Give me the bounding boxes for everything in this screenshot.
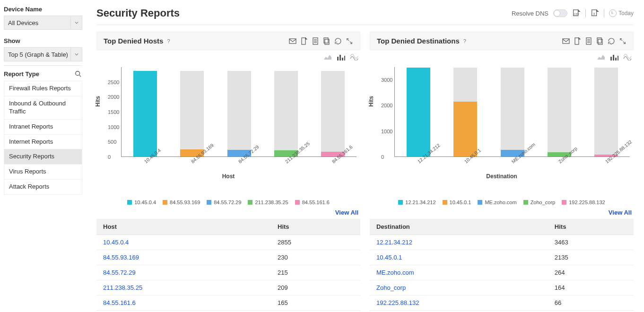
panel-top-denied-hosts: Top Denied Hosts ? Hits05001000150020002… — [96, 32, 360, 311]
table-key-link[interactable]: 192.225.88.132 — [376, 299, 419, 306]
view-all-link[interactable]: View All — [335, 209, 358, 216]
legend-item[interactable]: 12.21.34.212 — [398, 199, 435, 205]
table-row: 10.45.0.12135 — [370, 250, 634, 265]
y-axis-title: Hits — [368, 96, 374, 107]
show-select[interactable]: Top 5 (Graph & Table) — [4, 47, 82, 61]
svg-line-29 — [623, 41, 625, 43]
table-value: 66 — [548, 295, 634, 311]
pdf-icon[interactable] — [300, 37, 308, 45]
sidebar-item-attack-reports[interactable]: Attack Reports — [4, 180, 82, 194]
legend-item[interactable]: 84.55.93.169 — [163, 199, 200, 205]
svg-rect-7 — [302, 38, 305, 44]
svg-rect-30 — [610, 57, 612, 61]
wave-chart-icon[interactable] — [350, 54, 358, 61]
search-icon[interactable] — [74, 69, 82, 78]
resolve-dns-toggle[interactable] — [553, 9, 567, 17]
table-row: 12.21.34.2123463 — [370, 235, 634, 250]
legend-swatch — [163, 200, 167, 205]
svg-rect-16 — [337, 57, 339, 61]
svg-line-14 — [347, 38, 349, 40]
export-csv-icon[interactable]: CSV — [572, 9, 581, 17]
svg-line-1 — [79, 75, 81, 77]
svg-line-15 — [350, 41, 352, 43]
help-icon[interactable]: ? — [167, 38, 170, 44]
table-value: 2855 — [271, 235, 360, 250]
sidebar-item-virus-reports[interactable]: Virus Reports — [4, 165, 82, 180]
legend-item[interactable]: 84.55.72.29 — [207, 199, 241, 205]
bar-chart-icon[interactable] — [337, 54, 345, 61]
legend-item[interactable]: Zoho_corp — [523, 199, 556, 205]
area-chart-icon[interactable] — [597, 54, 605, 61]
y-tick: 2000 — [381, 103, 392, 108]
mail-icon[interactable] — [562, 37, 570, 45]
panel-title: Top Denied Hosts — [104, 37, 163, 45]
table-key-link[interactable]: 84.55.72.29 — [103, 269, 136, 276]
table-value: 230 — [271, 250, 360, 265]
table-header[interactable]: Hits — [548, 219, 634, 235]
pdf-icon[interactable] — [574, 37, 581, 45]
device-name-select[interactable]: All Devices — [4, 16, 82, 30]
table-value: 264 — [548, 265, 634, 280]
legend-item[interactable]: 211.238.35.25 — [248, 199, 288, 205]
svg-rect-31 — [613, 55, 614, 61]
y-tick: 0 — [381, 154, 384, 160]
show-value: Top 5 (Graph & Table) — [8, 51, 68, 58]
legend-label: 10.45.0.1 — [450, 199, 471, 205]
table-value: 215 — [271, 265, 360, 280]
table-key-link[interactable]: ME.zoho.com — [376, 269, 414, 276]
refresh-icon[interactable] — [334, 37, 342, 45]
divider — [585, 9, 586, 17]
export-xls-icon[interactable]: X — [591, 9, 599, 17]
table-key-link[interactable]: 84.55.161.6 — [103, 299, 136, 306]
sidebar-item-security-reports[interactable]: Security Reports — [4, 149, 82, 165]
legend-item[interactable]: 10.45.0.4 — [127, 199, 156, 205]
refresh-icon[interactable] — [608, 37, 615, 45]
chart-type-switcher — [370, 50, 634, 61]
wave-chart-icon[interactable] — [623, 54, 632, 61]
table-key-link[interactable]: 211.238.35.25 — [103, 284, 142, 291]
legend-item[interactable]: 84.55.161.6 — [295, 199, 330, 205]
x-axis-title: Host — [222, 173, 235, 180]
sidebar-item-firewall-rules-reports[interactable]: Firewall Rules Reports — [4, 81, 82, 96]
svg-line-28 — [620, 38, 622, 40]
date-range-picker[interactable]: Today — [609, 9, 634, 17]
bar-chart-icon[interactable] — [610, 54, 618, 61]
legend-item[interactable]: ME.zoho.com — [478, 199, 516, 205]
table-key-link[interactable]: 84.55.93.169 — [103, 254, 139, 261]
chart: Hits0500100015002000250010.45.0.484.55.9… — [96, 62, 360, 185]
view-all-link[interactable]: View All — [609, 209, 632, 216]
legend-swatch — [562, 200, 566, 205]
mail-icon[interactable] — [289, 37, 296, 45]
chart: Hits010002000300012.21.34.21210.45.0.1ME… — [370, 62, 634, 185]
help-icon[interactable]: ? — [463, 38, 466, 44]
sidebar-item-intranet-reports[interactable]: Intranet Reports — [4, 120, 82, 135]
table-key-link[interactable]: 12.21.34.212 — [376, 239, 412, 246]
y-tick: 1500 — [108, 109, 119, 115]
copy-icon[interactable] — [323, 37, 331, 45]
legend-item[interactable]: 10.45.0.1 — [443, 199, 471, 205]
table-key-link[interactable]: Zoho_corp — [376, 284, 406, 291]
title-actions: Resolve DNS CSV X Today — [512, 9, 634, 17]
table-key-link[interactable]: 10.45.0.4 — [103, 239, 129, 246]
table-header[interactable]: Destination — [370, 219, 548, 235]
table-key-link[interactable]: 10.45.0.1 — [376, 254, 402, 261]
expand-icon[interactable] — [346, 37, 353, 45]
doc-icon[interactable] — [585, 37, 592, 45]
table-row: ME.zoho.com264 — [370, 265, 634, 280]
area-chart-icon[interactable] — [323, 54, 332, 61]
svg-rect-20 — [563, 39, 569, 43]
svg-rect-33 — [618, 56, 618, 61]
legend-swatch — [295, 200, 300, 205]
copy-icon[interactable] — [596, 37, 604, 45]
sidebar-item-internet-reports[interactable]: Internet Reports — [4, 135, 82, 150]
expand-icon[interactable] — [619, 37, 627, 45]
svg-rect-13 — [324, 38, 328, 43]
table-header[interactable]: Host — [96, 219, 271, 235]
svg-rect-32 — [615, 58, 617, 61]
sidebar-item-inbound-outbound-traffic[interactable]: Inbound & Outbound Traffic — [4, 96, 82, 120]
doc-icon[interactable] — [312, 37, 319, 45]
legend-swatch — [207, 200, 211, 205]
legend-item[interactable]: 192.225.88.132 — [562, 199, 605, 205]
panel-top-denied-destinations: Top Denied Destinations ? Hits0100020003… — [370, 32, 634, 311]
table-header[interactable]: Hits — [271, 219, 360, 235]
